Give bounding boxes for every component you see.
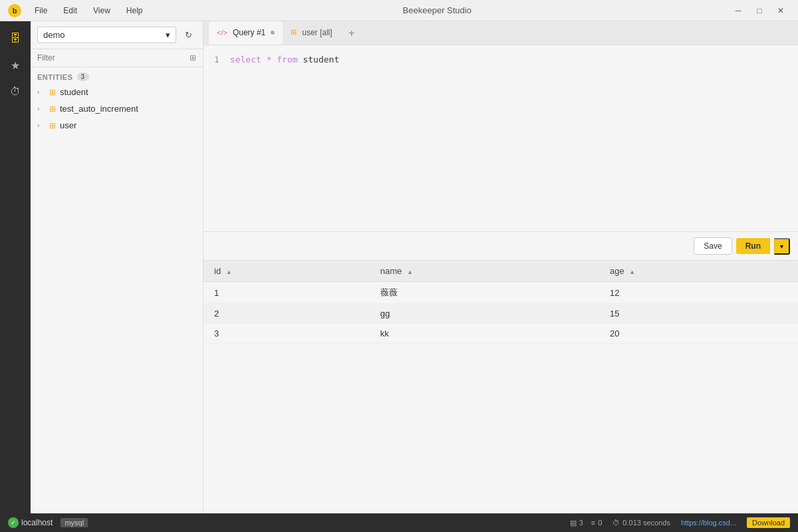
sidebar-item-database[interactable]: 🗄 [3,27,27,51]
minimize-button[interactable]: ─ [729,3,747,18]
entities-header: ENTITIES 3 [31,67,203,84]
left-panel: demo ▾ ↻ ⊞ ENTITIES 3 › ⊞ student › ⊞ te… [31,21,203,513]
chevron-icon: › [37,122,45,129]
table-name: student [303,55,339,65]
line-number: 1 [214,53,219,66]
menu-edit[interactable]: Edit [61,5,80,17]
col-age[interactable]: age ▲ [599,261,798,282]
save-button[interactable]: Save [694,237,732,255]
entity-item-test-auto-increment[interactable]: › ⊞ test_auto_increment [31,100,203,117]
chevron-icon: › [37,105,45,112]
entity-item-user[interactable]: › ⊞ user [31,117,203,134]
refresh-button[interactable]: ↻ [180,27,196,43]
host-label: localhost [21,518,53,527]
sort-icon: ▲ [226,269,232,275]
keyword-from: from [277,55,297,65]
query-code: select * from student [230,53,339,66]
keyword-select: select [230,55,261,65]
cell-name: 薇薇 [370,282,599,304]
chevron-icon: › [37,88,45,96]
equals-count-value: 0 [598,519,602,527]
sidebar-item-favorites[interactable]: ★ [3,53,27,77]
db-selector: demo ▾ ↻ [31,21,203,49]
entity-name: test_auto_increment [60,104,138,114]
menu-file[interactable]: File [32,5,50,17]
entity-list: › ⊞ student › ⊞ test_auto_increment › ⊞ … [31,84,203,134]
results-body: 1 薇薇 12 2 gg 15 3 kk 20 [203,282,798,344]
connection-status-icon: ✓ [8,517,19,528]
entities-count: 3 [77,72,89,81]
results-table: id ▲ name ▲ age ▲ [203,261,798,344]
time-value: 0.013 seconds [622,519,670,527]
tab-user-all-label: user [all] [302,28,332,37]
cell-id: 2 [203,304,370,324]
query-editor[interactable]: 1 select * from student [203,45,798,231]
db-name: demo [43,30,65,40]
col-name[interactable]: name ▲ [370,261,599,282]
cell-age: 12 [599,282,798,304]
titlebar: b File Edit View Help Beekeeper Studio ─… [0,0,798,21]
action-bar: Save Run ▾ [203,231,798,261]
cell-id: 3 [203,324,370,344]
time-icon: ⏱ [612,519,620,527]
equals-icon: ≡ [591,519,595,527]
app-logo: b [8,4,21,17]
filter-row: ⊞ [31,49,203,67]
app-title: Beekeeper Studio [403,5,471,15]
tab-dot [271,31,275,35]
cell-age: 15 [599,304,798,324]
db-type-badge: mysql [61,518,88,527]
rows-count: ▤ 3 ≡ 0 [570,519,602,527]
filter-input[interactable] [37,53,187,63]
table-row[interactable]: 2 gg 15 [203,304,798,324]
run-dropdown-button[interactable]: ▾ [774,238,790,255]
table-icon: ⊞ [49,121,56,130]
run-button[interactable]: Run [736,238,770,254]
table-icon: ⊞ [291,28,297,37]
table-icon: ⊞ [49,104,56,114]
titlebar-left: b File Edit View Help [8,4,146,17]
sidebar-item-history[interactable]: ⏱ [3,80,27,104]
statusbar-right: ▤ 3 ≡ 0 ⏱ 0.013 seconds https://blog.csd… [570,517,790,528]
tab-query1[interactable]: </> Query #1 [209,21,283,45]
wildcard: * [267,55,272,65]
results-header: id ▲ name ▲ age ▲ [203,261,798,282]
tab-query1-label: Query #1 [233,28,265,37]
main-content: 🗄 ★ ⏱ demo ▾ ↻ ⊞ ENTITIES 3 › ⊞ student [0,21,798,513]
entities-label: ENTITIES [37,73,73,81]
maximize-button[interactable]: □ [750,3,769,18]
add-tab-button[interactable]: + [343,25,360,42]
rows-count-value: 3 [579,519,583,527]
sort-icon: ▲ [629,269,635,275]
db-dropdown[interactable]: demo ▾ [37,27,176,43]
rows-icon: ▤ [570,519,577,527]
chevron-down-icon: ▾ [166,30,170,40]
table-row[interactable]: 1 薇薇 12 [203,282,798,304]
entity-name: user [60,120,76,130]
table-row[interactable]: 3 kk 20 [203,324,798,344]
cell-id: 1 [203,282,370,304]
query-time: ⏱ 0.013 seconds [612,519,670,527]
code-icon: </> [217,29,227,37]
icon-sidebar: 🗄 ★ ⏱ [0,21,31,513]
menu-view[interactable]: View [90,5,113,17]
results-area[interactable]: id ▲ name ▲ age ▲ [203,261,798,513]
tab-user-all[interactable]: ⊞ user [all] [283,21,340,45]
header-row: id ▲ name ▲ age ▲ [203,261,798,282]
entity-item-student[interactable]: › ⊞ student [31,84,203,100]
window-controls: ─ □ ✕ [729,3,790,18]
sort-icon: ▲ [407,269,413,275]
cell-name: kk [370,324,599,344]
cell-name: gg [370,304,599,324]
menu-bar: File Edit View Help [32,5,146,17]
entity-name: student [60,87,88,97]
right-panel: </> Query #1 ⊞ user [all] + 1 select * f… [203,21,798,513]
statusbar-left: ✓ localhost mysql [8,517,88,528]
menu-help[interactable]: Help [124,5,146,17]
download-button[interactable]: Download [747,517,790,528]
col-id[interactable]: id ▲ [203,261,370,282]
csdn-link[interactable]: https://blog.csd... [681,519,736,527]
query-line: 1 select * from student [214,53,787,66]
close-button[interactable]: ✕ [771,3,790,18]
statusbar: ✓ localhost mysql ▤ 3 ≡ 0 ⏱ 0.013 second… [0,513,798,532]
